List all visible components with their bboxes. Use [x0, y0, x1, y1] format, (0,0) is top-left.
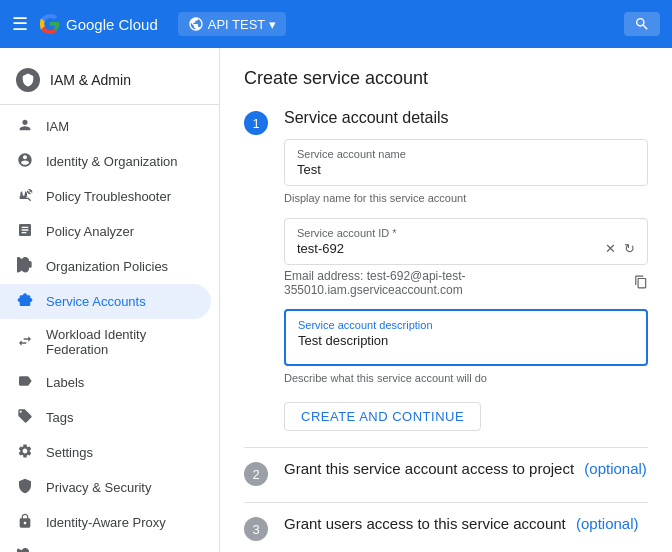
sidebar-item-labels[interactable]: Labels: [0, 365, 211, 400]
service-account-name-input[interactable]: [297, 162, 635, 177]
labels-icon: [16, 373, 34, 392]
service-accounts-icon: [16, 292, 34, 311]
sidebar-item-policy-troubleshooter-label: Policy Troubleshooter: [46, 189, 171, 204]
service-account-id-label: Service account ID *: [297, 227, 635, 239]
sidebar-item-identity-aware-proxy-label: Identity-Aware Proxy: [46, 515, 166, 530]
service-account-name-hint: Display name for this service account: [284, 190, 648, 206]
privacy-security-icon: [16, 478, 34, 497]
section-3: 3 Grant users access to this service acc…: [244, 515, 648, 541]
clear-icon[interactable]: ✕: [605, 241, 616, 256]
service-account-desc-input[interactable]: [298, 333, 634, 353]
project-icon: [188, 16, 204, 32]
policy-troubleshooter-icon: [16, 187, 34, 206]
topbar: ☰ Google Cloud API TEST ▾: [0, 0, 672, 48]
section-2-optional: (optional): [584, 460, 647, 477]
sidebar-item-service-accounts[interactable]: Service Accounts: [0, 284, 211, 319]
iam-admin-icon: [16, 68, 40, 92]
section-2-title: Grant this service account access to pro…: [284, 460, 648, 477]
field-icons: ✕ ↻: [605, 241, 635, 256]
sidebar-item-policy-analyzer-label: Policy Analyzer: [46, 224, 134, 239]
sidebar-item-tags[interactable]: Tags: [0, 400, 211, 435]
section-3-optional: (optional): [576, 515, 639, 532]
project-dropdown-icon: ▾: [269, 17, 276, 32]
section-3-title-text: Grant users access to this service accou…: [284, 515, 566, 532]
service-account-id-row: ✕ ↻: [297, 241, 635, 256]
sidebar-item-policy-analyzer[interactable]: Policy Analyzer: [0, 214, 211, 249]
sidebar-item-identity-org[interactable]: Identity & Organization: [0, 144, 211, 179]
section-2-number: 2: [244, 462, 268, 486]
service-account-desc-field: Service account description: [284, 309, 648, 366]
section-3-title: Grant users access to this service accou…: [284, 515, 648, 532]
service-account-desc-label: Service account description: [298, 319, 634, 331]
sidebar-item-identity-label: Identity & Organization: [46, 154, 178, 169]
sidebar-item-policy-troubleshooter[interactable]: Policy Troubleshooter: [0, 179, 211, 214]
refresh-icon[interactable]: ↻: [624, 241, 635, 256]
sidebar-item-settings[interactable]: Settings: [0, 435, 211, 470]
create-and-continue-button[interactable]: CREATE AND CONTINUE: [284, 402, 481, 431]
sidebar-item-identity-aware-proxy[interactable]: Identity-Aware Proxy: [0, 505, 211, 540]
sidebar-header: IAM & Admin: [0, 56, 219, 105]
sidebar-item-service-accounts-label: Service Accounts: [46, 294, 146, 309]
section-1: 1 Service account details Service accoun…: [244, 109, 648, 431]
section-1-content: Service account details Service account …: [284, 109, 648, 431]
section-3-number: 3: [244, 517, 268, 541]
section-divider-1: [244, 447, 648, 448]
search-button[interactable]: [624, 12, 660, 36]
service-account-name-label: Service account name: [297, 148, 635, 160]
sidebar-item-privacy-security[interactable]: Privacy & Security: [0, 470, 211, 505]
service-account-id-field: Service account ID * ✕ ↻: [284, 218, 648, 265]
sidebar-item-settings-label: Settings: [46, 445, 93, 460]
sidebar-item-org-policies-label: Organization Policies: [46, 259, 168, 274]
menu-icon[interactable]: ☰: [12, 13, 28, 35]
service-account-desc-hint: Describe what this service account will …: [284, 370, 648, 386]
sidebar-item-labels-label: Labels: [46, 375, 84, 390]
identity-org-icon: [16, 152, 34, 171]
section-2-title-text: Grant this service account access to pro…: [284, 460, 574, 477]
workload-identity-icon: [16, 333, 34, 352]
service-account-id-input[interactable]: [297, 241, 605, 256]
topbar-logo-text: Google Cloud: [66, 16, 158, 33]
sidebar: IAM & Admin IAM Identity & Organization …: [0, 48, 220, 552]
main-content: Create service account 1 Service account…: [220, 48, 672, 552]
policy-analyzer-icon: [16, 222, 34, 241]
google-cloud-icon: [40, 14, 60, 34]
sidebar-item-iam-label: IAM: [46, 119, 69, 134]
section-divider-2: [244, 502, 648, 503]
layout: IAM & Admin IAM Identity & Organization …: [0, 48, 672, 552]
tags-icon: [16, 408, 34, 427]
shield-icon: [21, 73, 35, 87]
email-row: Email address: test-692@api-test-355010.…: [284, 269, 648, 297]
iam-icon: [16, 117, 34, 136]
service-account-name-field: Service account name: [284, 139, 648, 186]
sidebar-item-roles[interactable]: Roles: [0, 540, 211, 552]
sidebar-item-privacy-security-label: Privacy & Security: [46, 480, 151, 495]
section-2-content: Grant this service account access to pro…: [284, 460, 648, 486]
sidebar-item-workload-identity[interactable]: Workload Identity Federation: [0, 319, 211, 365]
topbar-logo: Google Cloud: [40, 14, 158, 34]
identity-aware-proxy-icon: [16, 513, 34, 532]
section-2: 2 Grant this service account access to p…: [244, 460, 648, 486]
project-name: API TEST: [208, 17, 266, 32]
sidebar-item-org-policies[interactable]: Organization Policies: [0, 249, 211, 284]
section-1-title: Service account details: [284, 109, 648, 127]
sidebar-title: IAM & Admin: [50, 72, 131, 88]
section-3-content: Grant users access to this service accou…: [284, 515, 648, 541]
email-text: Email address: test-692@api-test-355010.…: [284, 269, 628, 297]
sidebar-item-iam[interactable]: IAM: [0, 109, 211, 144]
topbar-project-selector[interactable]: API TEST ▾: [178, 12, 287, 36]
settings-icon: [16, 443, 34, 462]
section-1-number: 1: [244, 111, 268, 135]
page-title: Create service account: [244, 68, 648, 89]
roles-icon: [16, 548, 34, 552]
search-icon: [634, 16, 650, 32]
sidebar-item-tags-label: Tags: [46, 410, 73, 425]
copy-icon[interactable]: [634, 275, 648, 292]
sidebar-item-workload-identity-label: Workload Identity Federation: [46, 327, 195, 357]
org-policies-icon: [16, 257, 34, 276]
